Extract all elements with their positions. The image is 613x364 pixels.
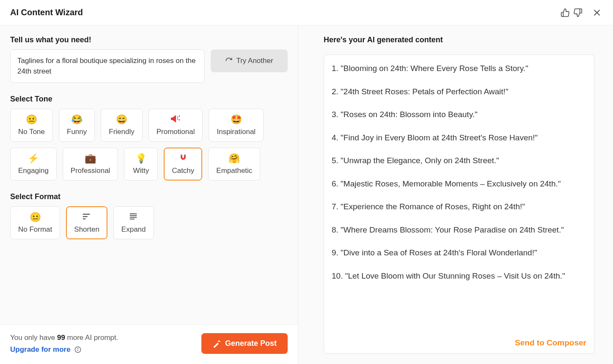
svg-rect-9 <box>83 216 88 217</box>
tone-icon: 😂 <box>71 114 82 125</box>
tone-icon: 💡 <box>135 153 147 164</box>
result-line: 7. "Experience the Romance of Roses, Rig… <box>332 201 585 213</box>
close-icon <box>593 8 601 17</box>
quota-block: You only have 99 more AI prompt. Upgrade… <box>10 334 118 354</box>
tone-option-engaging[interactable]: ⚡Engaging <box>10 148 57 181</box>
tone-label: Funny <box>67 128 87 136</box>
left-content: Tell us what you need! Taglines for a fl… <box>0 25 298 324</box>
tone-label: Inspirational <box>217 128 256 136</box>
left-footer: You only have 99 more AI prompt. Upgrade… <box>0 324 298 364</box>
quota-suffix: more AI prompt. <box>65 334 118 342</box>
svg-rect-13 <box>130 217 137 218</box>
tone-icon <box>169 114 182 125</box>
result-line: 1. "Blooming on 24th: Where Every Rose T… <box>332 63 585 75</box>
format-grid: 😐No FormatShortenExpand <box>10 206 288 239</box>
tone-icon: 😄 <box>116 114 127 125</box>
header-actions <box>559 6 603 19</box>
close-button[interactable] <box>591 7 603 19</box>
tone-option-funny[interactable]: 😂Funny <box>59 109 95 142</box>
right-panel: Here's your AI generated content 1. "Blo… <box>298 25 613 364</box>
svg-point-17 <box>77 348 78 348</box>
prompt-input[interactable]: Taglines for a floral boutique specializ… <box>10 49 205 83</box>
quota-text: You only have 99 more AI prompt. <box>10 334 118 342</box>
tone-label: Witty <box>133 167 149 175</box>
svg-rect-11 <box>130 213 137 214</box>
format-option-no-format[interactable]: 😐No Format <box>10 206 60 239</box>
refresh-icon <box>225 57 233 65</box>
page-title: AI Content Wizard <box>10 8 83 17</box>
quota-count: 99 <box>57 334 65 342</box>
result-line: 10. "Let Love Bloom with Our Stunning Ro… <box>332 270 585 282</box>
thumbs-down-button[interactable] <box>572 6 584 19</box>
tone-grid: 😐No Tone😂Funny😄FriendlyPromotional🤩Inspi… <box>10 109 288 181</box>
tone-option-empathetic[interactable]: 🤗Empathetic <box>208 148 260 181</box>
result-line: 3. "Roses on 24th: Blossom into Beauty." <box>332 109 585 121</box>
tone-label: Empathetic <box>216 167 252 175</box>
tone-icon: ⚡ <box>27 153 39 164</box>
result-box: 1. "Blooming on 24th: Where Every Rose T… <box>324 55 594 354</box>
tone-label: Promotional <box>157 128 195 136</box>
upgrade-label: Upgrade for more <box>10 345 71 354</box>
tone-option-friendly[interactable]: 😄Friendly <box>101 109 142 142</box>
result-line: 9. "Dive into a Sea of Roses at 24th's F… <box>332 247 585 259</box>
svg-rect-3 <box>177 118 178 120</box>
format-label: Shorten <box>74 225 99 234</box>
tone-icon <box>178 153 188 164</box>
format-section-label: Select Format <box>10 192 288 201</box>
format-icon: 😐 <box>30 212 41 223</box>
svg-rect-14 <box>130 219 135 219</box>
svg-rect-2 <box>177 116 178 118</box>
prompt-label: Tell us what you need! <box>10 36 288 44</box>
header: AI Content Wizard <box>0 0 613 25</box>
quota-prefix: You only have <box>10 334 57 342</box>
result-title: Here's your AI generated content <box>324 36 594 44</box>
format-icon <box>82 212 91 223</box>
try-another-label: Try Another <box>236 57 273 65</box>
generate-label: Generate Post <box>225 339 277 348</box>
magnet-icon <box>178 153 188 162</box>
tone-label: Friendly <box>109 128 134 136</box>
format-label: Expand <box>121 225 146 234</box>
tone-option-witty[interactable]: 💡Witty <box>124 148 158 181</box>
main: Tell us what you need! Taglines for a fl… <box>0 25 613 364</box>
result-line: 2. "24th Street Roses: Petals of Perfect… <box>332 86 585 98</box>
result-line: 5. "Unwrap the Elegance, Only on 24th St… <box>332 155 585 167</box>
tone-label: Professional <box>71 167 110 175</box>
tone-option-promotional[interactable]: Promotional <box>148 109 203 142</box>
send-to-composer-button[interactable]: Send to Composer <box>515 338 586 348</box>
format-icon <box>129 212 138 223</box>
thumbs-up-icon <box>561 8 570 17</box>
tone-icon: 💼 <box>85 153 96 164</box>
svg-rect-10 <box>83 219 85 219</box>
upgrade-link[interactable]: Upgrade for more <box>10 345 82 354</box>
result-footer: Send to Composer <box>324 332 594 353</box>
tone-icon: 🤩 <box>231 114 242 125</box>
tone-label: Catchy <box>172 167 194 175</box>
shorten-icon <box>82 213 91 220</box>
svg-rect-4 <box>179 115 180 117</box>
format-option-expand[interactable]: Expand <box>113 206 154 239</box>
tone-icon: 😐 <box>26 114 37 125</box>
tone-option-no-tone[interactable]: 😐No Tone <box>10 109 53 142</box>
svg-rect-12 <box>130 215 137 216</box>
thumbs-down-icon <box>573 8 583 17</box>
result-line: 4. "Find Joy in Every Bloom at 24th Stre… <box>332 132 585 144</box>
svg-rect-7 <box>184 154 186 155</box>
tone-option-catchy[interactable]: Catchy <box>164 148 202 181</box>
result-line: 8. "Where Dreams Blossom: Your Rose Para… <box>332 224 585 236</box>
tone-label: Engaging <box>18 167 49 175</box>
try-another-button[interactable]: Try Another <box>211 49 288 72</box>
format-label: No Format <box>18 225 52 234</box>
tone-option-inspirational[interactable]: 🤩Inspirational <box>209 109 264 142</box>
tone-section-label: Select Tone <box>10 95 288 104</box>
info-icon <box>74 346 82 353</box>
format-option-shorten[interactable]: Shorten <box>66 206 107 239</box>
expand-icon <box>129 213 138 220</box>
result-line: 6. "Majestic Roses, Memorable Moments – … <box>332 178 585 190</box>
thumbs-up-button[interactable] <box>559 6 572 19</box>
prompt-row: Taglines for a floral boutique specializ… <box>10 49 288 83</box>
svg-rect-6 <box>181 154 182 155</box>
tone-option-professional[interactable]: 💼Professional <box>63 148 118 181</box>
result-content[interactable]: 1. "Blooming on 24th: Where Every Rose T… <box>324 55 594 332</box>
generate-post-button[interactable]: Generate Post <box>201 333 288 354</box>
